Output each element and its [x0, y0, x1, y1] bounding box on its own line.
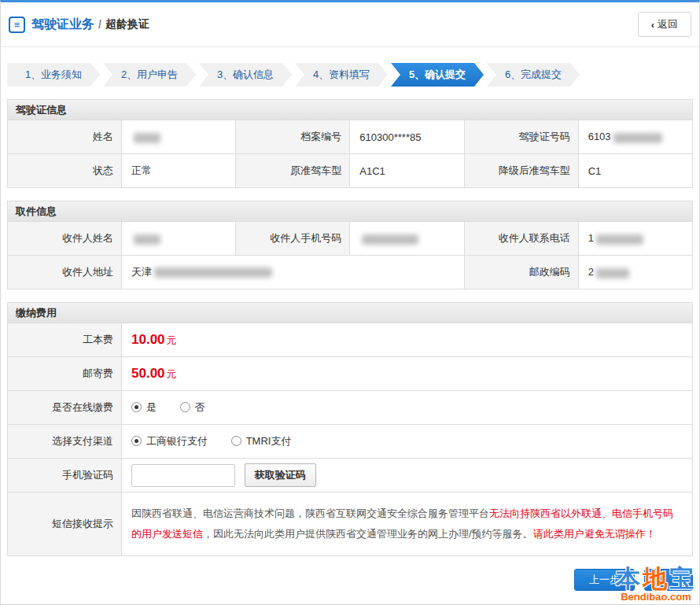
- original-vehicle-type-value: A1C1: [350, 154, 464, 188]
- pickup-info-table: 收件人姓名 收件人手机号码 收件人联系电话 1 收件人地址 天津 邮政编码 2: [7, 221, 693, 290]
- postal-code-value: 2: [578, 256, 692, 290]
- recipient-address-value: 天津: [122, 256, 465, 290]
- original-vehicle-type-label: 原准驾车型: [236, 154, 350, 188]
- sms-notice-text: 因陕西省联通、电信运营商技术问题，陕西省互联网交通安全综合服务管理平台无法向持陕…: [122, 492, 693, 556]
- name-value: [122, 120, 236, 154]
- recipient-tel-label: 收件人联系电话: [464, 222, 578, 256]
- table-row: 短信接收提示 因陕西省联通、电信运营商技术问题，陕西省互联网交通安全综合服务管理…: [8, 492, 693, 556]
- verification-code-label: 手机验证码: [8, 459, 122, 492]
- title-separator: /: [98, 18, 101, 31]
- redacted-postal-code: [596, 268, 629, 279]
- payment-channel-icbc-label: 工商银行支付: [146, 434, 208, 448]
- sms-notice-label: 短信接收提示: [8, 492, 122, 556]
- recipient-mobile-value: [350, 222, 464, 256]
- production-fee-value: 10.00元: [122, 323, 693, 357]
- step-2-declaration[interactable]: 2、用户申告: [103, 63, 196, 87]
- redacted-recipient-address: [154, 267, 272, 278]
- step-4-fill-data[interactable]: 4、资料填写: [295, 63, 388, 87]
- online-payment-yes-label: 是: [146, 400, 157, 415]
- recipient-mobile-label: 收件人手机号码: [236, 222, 350, 256]
- license-info-section: 驾驶证信息 姓名 档案编号 610300****85 驾驶证号码 6103 状态…: [7, 99, 693, 188]
- fees-section-title: 缴纳费用: [7, 302, 693, 323]
- step-wizard: 1、业务须知 2、用户申告 3、确认信息 4、资料填写 5、确认提交 6、完成提…: [7, 63, 693, 87]
- page-title-secondary: 超龄换证: [105, 17, 149, 31]
- table-row: 是否在线缴费 是 否: [8, 391, 693, 425]
- pickup-section-title: 取件信息: [7, 201, 693, 221]
- back-button-label: 返回: [658, 17, 678, 31]
- production-fee-label: 工本费: [8, 323, 122, 357]
- radio-checked-icon: [131, 436, 142, 446]
- file-number-label: 档案编号: [236, 120, 350, 154]
- online-payment-label: 是否在线缴费: [8, 391, 122, 425]
- payment-channel-icbc-radio[interactable]: 工商银行支付: [131, 434, 208, 448]
- recipient-tel-value: 1: [578, 222, 692, 256]
- production-fee-amount: 10.00: [131, 332, 165, 347]
- redacted-recipient-tel: [596, 234, 643, 245]
- titlebar: ≡ 驾驶证业务 / 超龄换证 ‹ 返回: [1, 2, 699, 47]
- table-row: 选择支付渠道 工商银行支付 TMRI支付: [8, 425, 693, 459]
- verification-code-input[interactable]: [131, 464, 235, 487]
- license-info-table: 姓名 档案编号 610300****85 驾驶证号码 6103 状态 正常 原准…: [7, 120, 693, 188]
- table-row: 收件人地址 天津 邮政编码 2: [8, 256, 693, 290]
- file-number-value: 610300****85: [350, 120, 464, 154]
- table-row: 工本费 10.00元: [8, 323, 693, 357]
- license-number-value: 6103: [578, 120, 692, 154]
- notice-segment: ，因此无法向此类用户提供陕西省交通管理业务的网上办理/预约等服务。: [203, 528, 533, 540]
- mailing-fee-amount: 50.00: [131, 366, 165, 381]
- back-button[interactable]: ‹ 返回: [638, 12, 691, 37]
- license-number-label: 驾驶证号码: [464, 120, 578, 154]
- name-label: 姓名: [8, 120, 122, 154]
- status-value: 正常: [122, 154, 236, 188]
- radio-checked-icon: [131, 402, 142, 412]
- online-payment-yes-radio[interactable]: 是: [131, 400, 157, 415]
- license-section-title: 驾驶证信息: [7, 99, 693, 120]
- mailing-fee-value: 50.00元: [122, 357, 693, 391]
- downgraded-vehicle-type-value: C1: [578, 154, 692, 188]
- form-icon: ≡: [9, 17, 25, 33]
- payment-channel-tmri-radio[interactable]: TMRI支付: [231, 434, 292, 448]
- step-1-notice[interactable]: 1、业务须知: [7, 63, 100, 87]
- redacted-recipient-name: [134, 234, 160, 245]
- fees-table: 工本费 10.00元 邮寄费 50.00元 是否在线缴费 是: [7, 323, 693, 556]
- table-row: 姓名 档案编号 610300****85 驾驶证号码 6103: [8, 120, 693, 154]
- status-label: 状态: [8, 154, 122, 188]
- online-payment-options: 是 否: [122, 391, 693, 425]
- notice-segment: 因陕西省联通、电信运营商技术问题，陕西省互联网交通安全综合服务管理平台: [131, 507, 489, 519]
- mailing-fee-label: 邮寄费: [8, 357, 122, 391]
- table-row: 手机验证码 获取验证码: [8, 459, 693, 492]
- table-row: 状态 正常 原准驾车型 A1C1 降级后准驾车型 C1: [8, 154, 693, 188]
- footer-actions: 上一步: [7, 569, 693, 591]
- postal-code-label: 邮政编码: [464, 256, 578, 290]
- verification-code-cell: 获取验证码: [122, 459, 693, 492]
- page-title-primary: 驾驶证业务: [31, 17, 94, 33]
- payment-channel-options: 工商银行支付 TMRI支付: [122, 425, 693, 459]
- table-row: 邮寄费 50.00元: [8, 357, 693, 391]
- payment-channel-label: 选择支付渠道: [8, 425, 122, 459]
- previous-step-button[interactable]: 上一步: [574, 569, 635, 591]
- fees-section: 缴纳费用 工本费 10.00元 邮寄费 50.00元 是否在线缴费: [7, 302, 693, 556]
- page: ≡ 驾驶证业务 / 超龄换证 ‹ 返回 1、业务须知 2、用户申告 3、确认信息…: [0, 0, 700, 605]
- watermark-domain: Bendibao.com: [616, 591, 696, 603]
- recipient-name-value: [122, 222, 236, 256]
- radio-unchecked-icon: [180, 402, 190, 412]
- online-payment-no-label: 否: [195, 400, 205, 415]
- recipient-address-label: 收件人地址: [8, 256, 122, 290]
- submit-button[interactable]: [644, 569, 693, 591]
- table-row: 收件人姓名 收件人手机号码 收件人联系电话 1: [8, 222, 693, 256]
- payment-channel-tmri-label: TMRI支付: [246, 434, 292, 448]
- get-verification-code-button[interactable]: 获取验证码: [245, 463, 316, 487]
- online-payment-no-radio[interactable]: 否: [180, 400, 205, 415]
- production-fee-unit: 元: [167, 334, 177, 346]
- notice-segment-red: 请此类用户避免无谓操作！: [533, 528, 656, 540]
- redacted-recipient-mobile: [362, 234, 418, 245]
- step-5-confirm-submit[interactable]: 5、确认提交: [391, 63, 484, 87]
- mailing-fee-unit: 元: [167, 368, 177, 380]
- downgraded-vehicle-type-label: 降级后准驾车型: [464, 154, 578, 188]
- redacted-license-number: [613, 133, 662, 143]
- radio-unchecked-icon: [231, 436, 241, 446]
- step-6-finish-submit[interactable]: 6、完成提交: [487, 63, 580, 87]
- redacted-name: [134, 133, 160, 143]
- step-3-confirm-info[interactable]: 3、确认信息: [199, 63, 292, 87]
- chevron-left-icon: ‹: [651, 19, 654, 31]
- recipient-name-label: 收件人姓名: [8, 222, 122, 256]
